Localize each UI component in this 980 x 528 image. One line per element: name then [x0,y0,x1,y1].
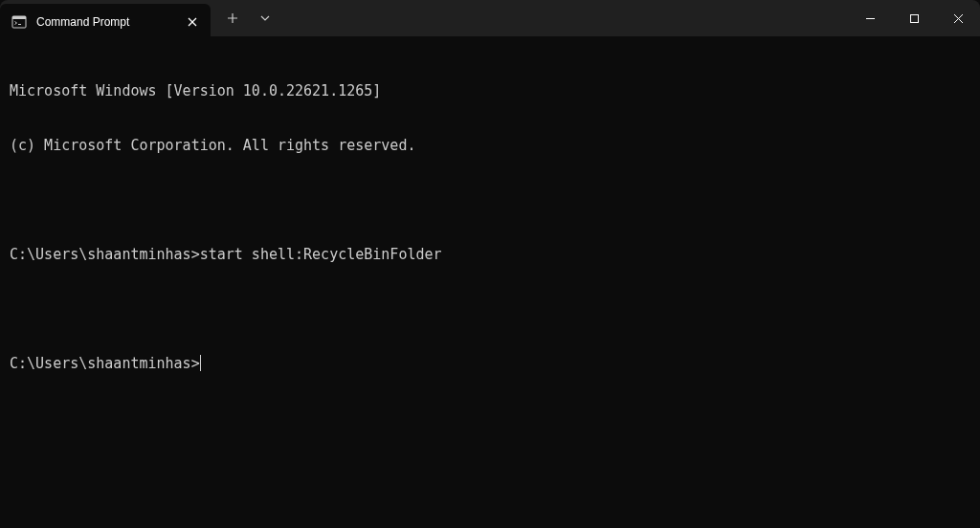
terminal-line: (c) Microsoft Corporation. All rights re… [10,137,970,155]
new-tab-button[interactable] [216,0,249,36]
window-controls [848,0,980,36]
cursor-icon [200,355,201,371]
titlebar: Command Prompt [0,0,980,36]
svg-rect-1 [12,16,26,19]
tab-close-button[interactable] [184,13,201,31]
titlebar-drag-area[interactable] [281,0,848,36]
prompt-text: C:\Users\shaantminhas> [10,246,200,263]
terminal-icon [11,14,27,30]
terminal-line: Microsoft Windows [Version 10.0.22621.12… [10,82,970,100]
terminal-line: C:\Users\shaantminhas> [10,355,970,373]
svg-rect-8 [910,14,918,22]
terminal-area[interactable]: Microsoft Windows [Version 10.0.22621.12… [0,36,980,401]
prompt-text: C:\Users\shaantminhas> [10,355,200,372]
terminal-blank-line [10,191,970,209]
terminal-blank-line [10,300,970,319]
tab-actions [211,0,281,36]
tab-dropdown-button[interactable] [249,0,281,36]
command-text: start shell:RecycleBinFolder [200,246,442,263]
tab-command-prompt[interactable]: Command Prompt [0,4,211,40]
minimize-button[interactable] [848,0,892,36]
maximize-button[interactable] [892,0,936,36]
tab-title: Command Prompt [36,15,174,29]
terminal-line: C:\Users\shaantminhas>start shell:Recycl… [10,246,970,264]
close-button[interactable] [936,0,980,36]
